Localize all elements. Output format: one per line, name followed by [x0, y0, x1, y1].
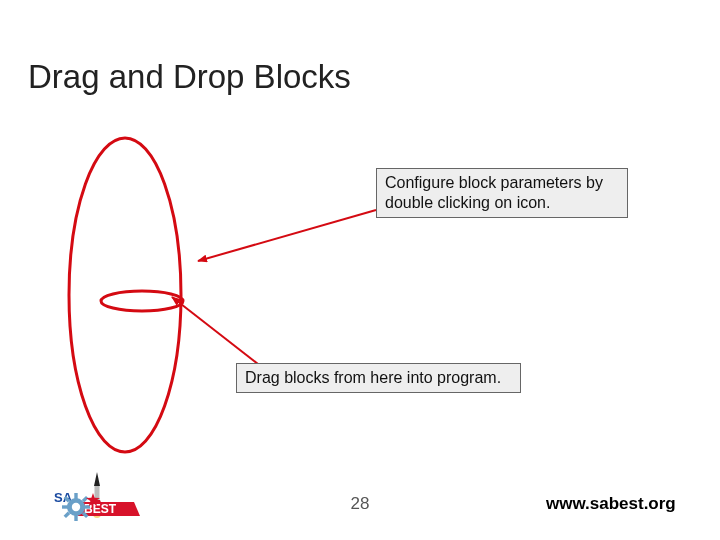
callout-configure: Configure block parameters by double cli… — [376, 168, 628, 218]
arrow-configure — [198, 210, 376, 261]
page-title: Drag and Drop Blocks — [28, 58, 351, 96]
ellipse-vertical — [69, 138, 181, 452]
slide: Drag and Drop Blocks Configure block par… — [0, 0, 720, 540]
arrow-drag — [172, 297, 258, 364]
ellipse-horizontal — [101, 291, 183, 311]
callout-drag: Drag blocks from here into program. — [236, 363, 521, 393]
footer: 28 www.sabest.org — [0, 490, 720, 518]
footer-url: www.sabest.org — [546, 494, 676, 514]
